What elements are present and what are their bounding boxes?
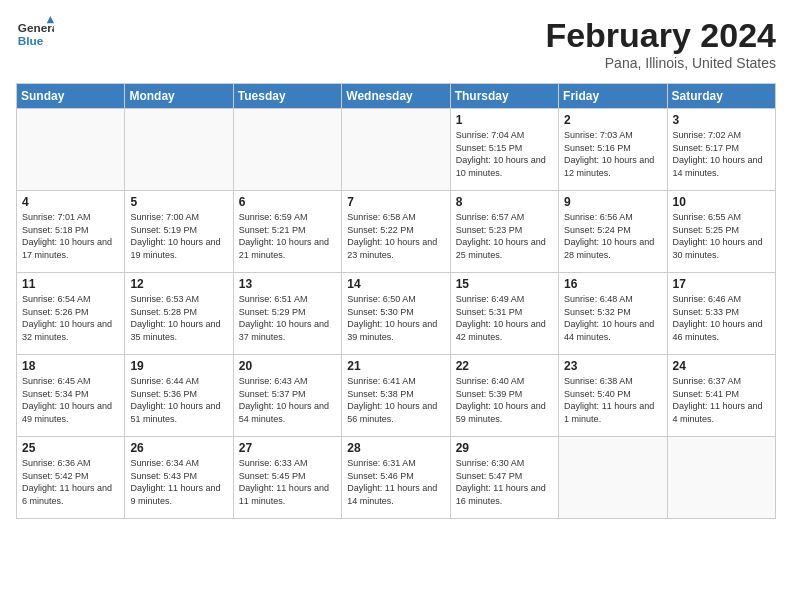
day-number: 13 xyxy=(239,277,336,291)
cell-content: Sunrise: 6:49 AMSunset: 5:31 PMDaylight:… xyxy=(456,293,553,343)
day-number: 9 xyxy=(564,195,661,209)
day-number: 16 xyxy=(564,277,661,291)
calendar-cell: 7Sunrise: 6:58 AMSunset: 5:22 PMDaylight… xyxy=(342,191,450,273)
calendar-week-row: 11Sunrise: 6:54 AMSunset: 5:26 PMDayligh… xyxy=(17,273,776,355)
calendar-cell: 17Sunrise: 6:46 AMSunset: 5:33 PMDayligh… xyxy=(667,273,775,355)
calendar-cell: 23Sunrise: 6:38 AMSunset: 5:40 PMDayligh… xyxy=(559,355,667,437)
cell-content: Sunrise: 6:31 AMSunset: 5:46 PMDaylight:… xyxy=(347,457,444,507)
calendar-cell xyxy=(342,109,450,191)
calendar-cell: 8Sunrise: 6:57 AMSunset: 5:23 PMDaylight… xyxy=(450,191,558,273)
calendar-cell: 26Sunrise: 6:34 AMSunset: 5:43 PMDayligh… xyxy=(125,437,233,519)
title-block: February 2024 Pana, Illinois, United Sta… xyxy=(545,16,776,71)
calendar-cell: 10Sunrise: 6:55 AMSunset: 5:25 PMDayligh… xyxy=(667,191,775,273)
calendar-cell xyxy=(667,437,775,519)
day-number: 21 xyxy=(347,359,444,373)
day-number: 3 xyxy=(673,113,770,127)
calendar-cell: 20Sunrise: 6:43 AMSunset: 5:37 PMDayligh… xyxy=(233,355,341,437)
day-number: 22 xyxy=(456,359,553,373)
day-number: 28 xyxy=(347,441,444,455)
calendar-cell: 18Sunrise: 6:45 AMSunset: 5:34 PMDayligh… xyxy=(17,355,125,437)
cell-content: Sunrise: 6:55 AMSunset: 5:25 PMDaylight:… xyxy=(673,211,770,261)
calendar-cell: 22Sunrise: 6:40 AMSunset: 5:39 PMDayligh… xyxy=(450,355,558,437)
day-number: 25 xyxy=(22,441,119,455)
cell-content: Sunrise: 6:43 AMSunset: 5:37 PMDaylight:… xyxy=(239,375,336,425)
day-number: 18 xyxy=(22,359,119,373)
cell-content: Sunrise: 7:04 AMSunset: 5:15 PMDaylight:… xyxy=(456,129,553,179)
day-number: 6 xyxy=(239,195,336,209)
calendar-cell: 4Sunrise: 7:01 AMSunset: 5:18 PMDaylight… xyxy=(17,191,125,273)
day-number: 24 xyxy=(673,359,770,373)
page-header: General Blue February 2024 Pana, Illinoi… xyxy=(16,16,776,71)
calendar-table: SundayMondayTuesdayWednesdayThursdayFrid… xyxy=(16,83,776,519)
calendar-week-row: 4Sunrise: 7:01 AMSunset: 5:18 PMDaylight… xyxy=(17,191,776,273)
calendar-cell: 13Sunrise: 6:51 AMSunset: 5:29 PMDayligh… xyxy=(233,273,341,355)
calendar-cell: 29Sunrise: 6:30 AMSunset: 5:47 PMDayligh… xyxy=(450,437,558,519)
day-number: 20 xyxy=(239,359,336,373)
cell-content: Sunrise: 7:00 AMSunset: 5:19 PMDaylight:… xyxy=(130,211,227,261)
day-number: 10 xyxy=(673,195,770,209)
weekday-header-friday: Friday xyxy=(559,84,667,109)
weekday-header-monday: Monday xyxy=(125,84,233,109)
calendar-header-row: SundayMondayTuesdayWednesdayThursdayFrid… xyxy=(17,84,776,109)
day-number: 26 xyxy=(130,441,227,455)
calendar-cell: 25Sunrise: 6:36 AMSunset: 5:42 PMDayligh… xyxy=(17,437,125,519)
calendar-week-row: 25Sunrise: 6:36 AMSunset: 5:42 PMDayligh… xyxy=(17,437,776,519)
calendar-cell xyxy=(17,109,125,191)
day-number: 5 xyxy=(130,195,227,209)
calendar-cell: 11Sunrise: 6:54 AMSunset: 5:26 PMDayligh… xyxy=(17,273,125,355)
calendar-week-row: 1Sunrise: 7:04 AMSunset: 5:15 PMDaylight… xyxy=(17,109,776,191)
cell-content: Sunrise: 6:40 AMSunset: 5:39 PMDaylight:… xyxy=(456,375,553,425)
cell-content: Sunrise: 6:54 AMSunset: 5:26 PMDaylight:… xyxy=(22,293,119,343)
svg-marker-2 xyxy=(47,16,54,23)
calendar-cell xyxy=(233,109,341,191)
cell-content: Sunrise: 7:02 AMSunset: 5:17 PMDaylight:… xyxy=(673,129,770,179)
day-number: 14 xyxy=(347,277,444,291)
day-number: 8 xyxy=(456,195,553,209)
cell-content: Sunrise: 7:03 AMSunset: 5:16 PMDaylight:… xyxy=(564,129,661,179)
day-number: 19 xyxy=(130,359,227,373)
day-number: 2 xyxy=(564,113,661,127)
calendar-cell: 27Sunrise: 6:33 AMSunset: 5:45 PMDayligh… xyxy=(233,437,341,519)
calendar-cell: 16Sunrise: 6:48 AMSunset: 5:32 PMDayligh… xyxy=(559,273,667,355)
calendar-cell: 2Sunrise: 7:03 AMSunset: 5:16 PMDaylight… xyxy=(559,109,667,191)
cell-content: Sunrise: 6:51 AMSunset: 5:29 PMDaylight:… xyxy=(239,293,336,343)
weekday-header-tuesday: Tuesday xyxy=(233,84,341,109)
cell-content: Sunrise: 6:30 AMSunset: 5:47 PMDaylight:… xyxy=(456,457,553,507)
cell-content: Sunrise: 6:58 AMSunset: 5:22 PMDaylight:… xyxy=(347,211,444,261)
day-number: 29 xyxy=(456,441,553,455)
cell-content: Sunrise: 6:33 AMSunset: 5:45 PMDaylight:… xyxy=(239,457,336,507)
cell-content: Sunrise: 6:37 AMSunset: 5:41 PMDaylight:… xyxy=(673,375,770,425)
cell-content: Sunrise: 6:34 AMSunset: 5:43 PMDaylight:… xyxy=(130,457,227,507)
month-title: February 2024 xyxy=(545,16,776,55)
calendar-cell: 5Sunrise: 7:00 AMSunset: 5:19 PMDaylight… xyxy=(125,191,233,273)
day-number: 23 xyxy=(564,359,661,373)
day-number: 7 xyxy=(347,195,444,209)
calendar-cell: 15Sunrise: 6:49 AMSunset: 5:31 PMDayligh… xyxy=(450,273,558,355)
day-number: 4 xyxy=(22,195,119,209)
calendar-cell: 14Sunrise: 6:50 AMSunset: 5:30 PMDayligh… xyxy=(342,273,450,355)
calendar-cell: 28Sunrise: 6:31 AMSunset: 5:46 PMDayligh… xyxy=(342,437,450,519)
logo-icon: General Blue xyxy=(16,16,54,54)
cell-content: Sunrise: 6:45 AMSunset: 5:34 PMDaylight:… xyxy=(22,375,119,425)
calendar-cell: 12Sunrise: 6:53 AMSunset: 5:28 PMDayligh… xyxy=(125,273,233,355)
cell-content: Sunrise: 6:38 AMSunset: 5:40 PMDaylight:… xyxy=(564,375,661,425)
cell-content: Sunrise: 6:41 AMSunset: 5:38 PMDaylight:… xyxy=(347,375,444,425)
weekday-header-thursday: Thursday xyxy=(450,84,558,109)
weekday-header-saturday: Saturday xyxy=(667,84,775,109)
logo: General Blue xyxy=(16,16,54,54)
cell-content: Sunrise: 6:56 AMSunset: 5:24 PMDaylight:… xyxy=(564,211,661,261)
cell-content: Sunrise: 6:46 AMSunset: 5:33 PMDaylight:… xyxy=(673,293,770,343)
location-title: Pana, Illinois, United States xyxy=(545,55,776,71)
calendar-cell: 1Sunrise: 7:04 AMSunset: 5:15 PMDaylight… xyxy=(450,109,558,191)
cell-content: Sunrise: 6:50 AMSunset: 5:30 PMDaylight:… xyxy=(347,293,444,343)
calendar-cell: 9Sunrise: 6:56 AMSunset: 5:24 PMDaylight… xyxy=(559,191,667,273)
day-number: 15 xyxy=(456,277,553,291)
cell-content: Sunrise: 6:57 AMSunset: 5:23 PMDaylight:… xyxy=(456,211,553,261)
calendar-cell: 3Sunrise: 7:02 AMSunset: 5:17 PMDaylight… xyxy=(667,109,775,191)
weekday-header-wednesday: Wednesday xyxy=(342,84,450,109)
day-number: 27 xyxy=(239,441,336,455)
calendar-cell xyxy=(559,437,667,519)
day-number: 11 xyxy=(22,277,119,291)
cell-content: Sunrise: 6:36 AMSunset: 5:42 PMDaylight:… xyxy=(22,457,119,507)
cell-content: Sunrise: 6:48 AMSunset: 5:32 PMDaylight:… xyxy=(564,293,661,343)
